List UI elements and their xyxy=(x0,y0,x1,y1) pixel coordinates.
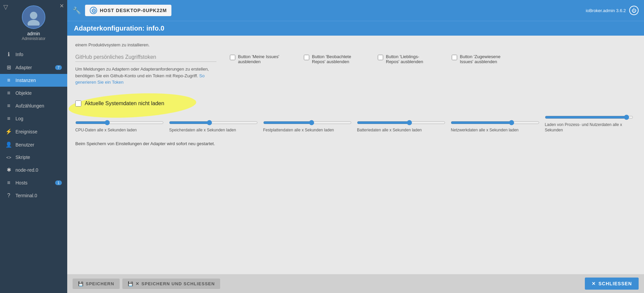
slider-batterie-input[interactable] xyxy=(357,120,445,125)
github-description: Um Meldungen zu Adaptern oder Adapteranf… xyxy=(75,66,216,86)
sidebar-item-label: Hosts xyxy=(15,180,52,185)
systemdaten-checkbox-label: Aktuelle Systemdaten nicht laden xyxy=(85,100,164,107)
sidebar-item-info[interactable]: ℹ Info xyxy=(0,48,67,61)
sidebar-close-button[interactable]: ✕ xyxy=(59,3,64,9)
host-button[interactable]: ⏻ HOST DESKTOP-0UPK22M xyxy=(85,5,171,16)
save-button-label: SPEICHERN xyxy=(86,281,114,286)
checkboxes-row: Button 'Meine Issues' ausblenden Button … xyxy=(230,54,506,64)
sidebar-item-log[interactable]: ≡ Log xyxy=(0,112,67,125)
tool-icon[interactable]: 🔧 xyxy=(73,6,81,14)
highlighted-checkbox-row: Aktuelle Systemdaten nicht laden xyxy=(75,100,636,107)
adapter-badge: 7 xyxy=(55,65,62,70)
skripte-icon: <> xyxy=(5,155,12,160)
save-button[interactable]: 💾 SPEICHERN xyxy=(73,279,120,289)
hosts-icon: ≡ xyxy=(5,180,12,186)
terminal-icon: ? xyxy=(5,193,12,199)
slider-cpu-input[interactable] xyxy=(75,120,164,125)
instanzen-icon: ≡ xyxy=(5,77,12,83)
sidebar-item-node-red[interactable]: ✱ node-red.0 xyxy=(0,163,67,176)
svg-point-1 xyxy=(28,20,40,26)
sidebar: ▽ ✕ admin Administrator ℹ Info ⊞ Adapter… xyxy=(0,0,67,293)
sidebar-item-instanzen[interactable]: ≡ Instanzen xyxy=(0,74,67,87)
slider-prozess: Laden von Prozess- und Nutzerdaten alle … xyxy=(542,115,636,133)
page-titlebar: Adapterkonfiguration: info.0 xyxy=(67,21,644,36)
power-button[interactable]: ⏻ xyxy=(629,6,639,15)
checkbox-beobachtete-repos: Button 'Beobachtete Repos' ausblenden xyxy=(304,54,358,64)
sidebar-username: admin xyxy=(27,31,40,36)
intro-text: einem Produktivsystem zu installieren. xyxy=(75,42,636,47)
sidebar-item-ereignisse[interactable]: ⚡ Ereignisse xyxy=(0,125,67,138)
sidebar-item-label: Info xyxy=(15,52,62,57)
sidebar-role: Administrator xyxy=(22,36,46,41)
sidebar-header: ▽ ✕ admin Administrator xyxy=(0,0,67,45)
adapter-icon: ⊞ xyxy=(5,64,12,71)
checkbox-meine-issues-label: Button 'Meine Issues' ausblenden xyxy=(238,54,284,64)
sidebar-logo-icon: ▽ xyxy=(3,3,8,11)
sidebar-item-label: Benutzer xyxy=(15,142,62,148)
version-label: ioBroker.admin 3.6.2 xyxy=(586,8,626,13)
sidebar-item-skripte[interactable]: <> Skripte xyxy=(0,151,67,163)
save-and-close-button[interactable]: 💾 ✕ SPEICHERN UND SCHLIESSEN xyxy=(122,279,220,289)
close-x-icon: ✕ xyxy=(592,281,596,286)
action-bar: 💾 SPEICHERN 💾 ✕ SPEICHERN UND SCHLIESSEN… xyxy=(67,274,644,293)
save-icon: 💾 xyxy=(78,281,84,286)
sidebar-item-objekte[interactable]: ≡ Objekte xyxy=(0,87,67,99)
save-close-icon: 💾 xyxy=(128,281,133,286)
main-area: 🔧 ⏻ HOST DESKTOP-0UPK22M ioBroker.admin … xyxy=(67,0,644,293)
sidebar-item-label: node-red.0 xyxy=(15,167,62,173)
github-title: GitHub persönliches Zugriffstoken xyxy=(75,54,216,60)
save-info-text: Beim Speichern von Einstellungen der Ada… xyxy=(75,141,636,146)
avatar xyxy=(22,5,45,29)
checkbox-zugewiesene-issues-input[interactable] xyxy=(452,55,457,60)
slider-netzwerk-label: Netzwerkdaten alle x Sekunden laden xyxy=(451,127,539,133)
save-close-button-label: SPEICHERN UND SCHLIESSEN xyxy=(142,281,215,286)
aufzahlungen-icon: ≡ xyxy=(5,103,12,109)
slider-batterie: Batteriedaten alle x Sekunden laden xyxy=(354,120,448,133)
checkbox-meine-issues-input[interactable] xyxy=(230,55,235,60)
host-power-icon: ⏻ xyxy=(90,7,97,14)
slider-festplatte: Festplattendaten alle x Sekunden laden xyxy=(260,120,354,133)
slider-prozess-label: Laden von Prozess- und Nutzerdaten alle … xyxy=(545,122,633,133)
systemdaten-checkbox-input[interactable] xyxy=(75,100,81,107)
sidebar-item-label: Ereignisse xyxy=(15,129,62,134)
page-title: Adapterkonfiguration: info.0 xyxy=(74,25,164,32)
checkbox-lieblings-repos-label: Button 'Lieblings-Repos' ausblenden xyxy=(386,54,432,64)
checkbox-beobachtete-repos-label: Button 'Beobachtete Repos' ausblenden xyxy=(312,54,358,64)
content-area: einem Produktivsystem zu installieren. G… xyxy=(67,36,644,274)
sidebar-item-terminal[interactable]: ? Terminal.0 xyxy=(0,189,67,202)
log-icon: ≡ xyxy=(5,116,12,122)
sidebar-nav: ℹ Info ⊞ Adapter 7 ≡ Instanzen ≡ Objekte… xyxy=(0,48,67,293)
save-close-x-icon: ✕ xyxy=(135,281,139,286)
objekte-icon: ≡ xyxy=(5,90,12,96)
close-button-label: SCHLIESSEN xyxy=(599,281,632,286)
sidebar-item-label: Adapter xyxy=(15,65,52,70)
slider-speicher-label: Speicherdaten alle x Sekunden laden xyxy=(169,127,257,133)
checkbox-beobachtete-repos-input[interactable] xyxy=(304,55,309,60)
sidebar-item-adapter[interactable]: ⊞ Adapter 7 xyxy=(0,61,67,74)
slider-speicher-input[interactable] xyxy=(169,120,257,125)
slider-prozess-input[interactable] xyxy=(545,115,633,120)
ereignisse-icon: ⚡ xyxy=(5,128,12,135)
sidebar-item-hosts[interactable]: ≡ Hosts 1 xyxy=(0,176,67,189)
user-avatar-icon xyxy=(25,9,42,26)
github-and-checkboxes: GitHub persönliches Zugriffstoken Um Mel… xyxy=(75,54,636,94)
sidebar-item-label: Log xyxy=(15,116,62,121)
node-red-icon: ✱ xyxy=(5,167,12,173)
sidebar-item-label: Skripte xyxy=(15,155,62,160)
checkbox-lieblings-repos-input[interactable] xyxy=(378,55,383,60)
sidebar-item-benutzer[interactable]: 👤 Benutzer xyxy=(0,138,67,151)
checkbox-zugewiesene-issues-label: Button 'Zugewiesene Issues' ausblenden xyxy=(460,54,506,64)
close-button[interactable]: ✕ SCHLIESSEN xyxy=(585,278,639,290)
slider-netzwerk-input[interactable] xyxy=(451,120,539,125)
sliders-row: CPU-Daten alle x Sekunden laden Speicher… xyxy=(75,115,636,133)
checkbox-meine-issues: Button 'Meine Issues' ausblenden xyxy=(230,54,284,64)
checkbox-zugewiesene-issues: Button 'Zugewiesene Issues' ausblenden xyxy=(452,54,506,64)
slider-festplatte-input[interactable] xyxy=(263,120,352,125)
sidebar-item-label: Objekte xyxy=(15,90,62,96)
info-icon: ℹ xyxy=(5,51,12,57)
svg-point-0 xyxy=(30,12,37,19)
slider-cpu-label: CPU-Daten alle x Sekunden laden xyxy=(75,127,164,133)
slider-batterie-label: Batteriedaten alle x Sekunden laden xyxy=(357,127,445,133)
sidebar-item-aufzahlungen[interactable]: ≡ Aufzählungen xyxy=(0,99,67,112)
sidebar-item-label: Terminal.0 xyxy=(15,193,62,198)
